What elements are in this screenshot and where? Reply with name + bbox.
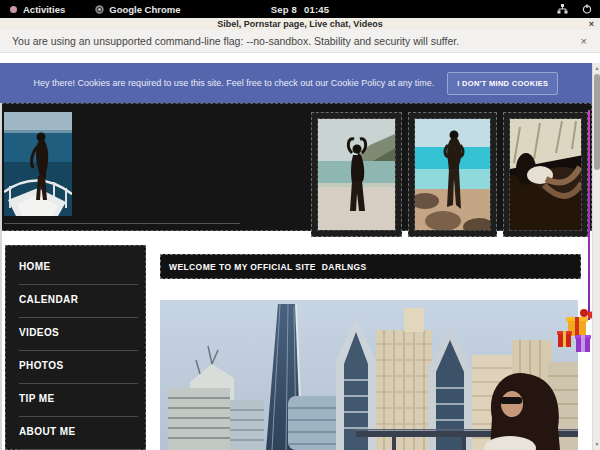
left-edge-strip: [0, 103, 2, 450]
beach-photo-1: [317, 118, 396, 231]
gallery-thumb-3[interactable]: [503, 112, 588, 237]
welcome-heading-2: DARLNGS: [322, 262, 367, 272]
scroll-up-icon[interactable]: ▲: [593, 65, 600, 71]
chrome-infobar: You are using an unsupported command-lin…: [0, 30, 600, 53]
gift-string: [588, 110, 590, 320]
power-icon[interactable]: [582, 4, 592, 14]
cookie-message: Hey there! Cookies are required to use t…: [34, 78, 435, 88]
cookie-accept-button[interactable]: I DON'T MIND COOKIES: [447, 72, 558, 95]
sidebar-item-about-me[interactable]: ABOUT ME: [19, 417, 138, 450]
sidebar: HOME CALENDAR VIDEOS PHOTOS TIP ME ABOUT…: [5, 245, 146, 450]
clock-time: 01:45: [304, 4, 329, 15]
hero-city-photo: [160, 300, 578, 450]
clock-date: Sep 8: [271, 4, 297, 15]
window-close-icon[interactable]: ×: [589, 18, 594, 30]
sidebar-item-home[interactable]: HOME: [19, 252, 138, 285]
beach-photo-2: [414, 118, 491, 231]
scrollbar-thumb[interactable]: [594, 74, 600, 170]
header-divider: [4, 223, 240, 224]
clock[interactable]: Sep 8 01:45: [0, 4, 600, 15]
sidebar-item-videos[interactable]: VIDEOS: [19, 318, 138, 351]
screen: Activities Google Chrome Sep 8 01:45: [0, 0, 600, 450]
welcome-heading-1: WELCOME TO MY OFFICIAL SITE: [169, 262, 316, 272]
scrollbar[interactable]: ▲ ▼: [592, 63, 600, 450]
cookie-banner: Hey there! Cookies are required to use t…: [0, 63, 592, 103]
sidebar-item-calendar[interactable]: CALENDAR: [19, 285, 138, 318]
gifts-icon: [556, 305, 594, 357]
system-top-bar: Activities Google Chrome Sep 8 01:45: [0, 0, 600, 18]
network-icon[interactable]: [557, 4, 568, 14]
welcome-bar: WELCOME TO MY OFFICIAL SITE DARLNGS: [160, 254, 581, 279]
sidebar-item-photos[interactable]: PHOTOS: [19, 351, 138, 384]
gallery-thumb-1[interactable]: [311, 112, 402, 237]
page-title: Sibel, Pornstar page, Live chat, Videos: [217, 19, 382, 29]
boat-photo-graphic: [4, 112, 72, 216]
city-skyline-graphic: [160, 300, 578, 450]
window-title-bar: Sibel, Pornstar page, Live chat, Videos …: [0, 18, 600, 30]
infobar-message: You are using an unsupported command-lin…: [12, 35, 459, 47]
header-boat-photo[interactable]: [4, 112, 72, 216]
scroll-down-icon[interactable]: ▼: [593, 441, 600, 447]
gallery-thumb-2[interactable]: [408, 112, 497, 237]
infobar-close-icon[interactable]: ×: [581, 35, 587, 47]
couch-photo: [509, 118, 582, 231]
sidebar-item-tip-me[interactable]: TIP ME: [19, 384, 138, 417]
sidebar-nav: HOME CALENDAR VIDEOS PHOTOS TIP ME ABOUT…: [6, 246, 145, 450]
gift-widget[interactable]: [556, 305, 594, 357]
